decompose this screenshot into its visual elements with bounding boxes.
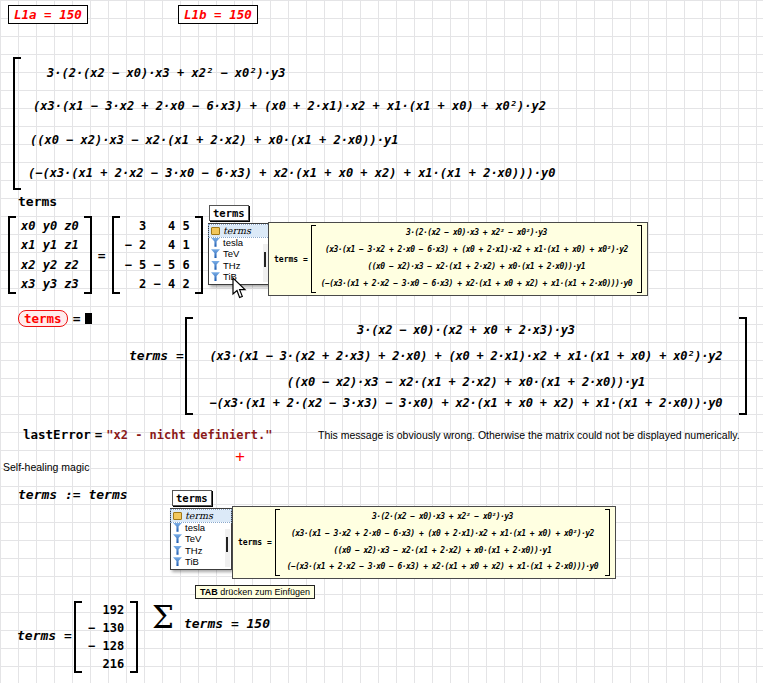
- note-text[interactable]: Self-healing magic: [3, 461, 89, 473]
- symbolic-result-matrix[interactable]: 3·(x2 − x0)·(x2 + x0 + 2·x3)·y3 (x3·(x1 …: [185, 317, 747, 415]
- preview-row: 3·(2·(x2 − x0)·x3 + x2² − x0²)·y3: [280, 509, 606, 525]
- comment-text: This message is obviously wrong. Otherwi…: [318, 429, 758, 441]
- preview-row: (x3·(x1 − 3·x2 + 2·x0 − 6·x3) + (x0 + 2·…: [316, 242, 638, 258]
- variable-matrix: x0 y0 z0 x1 y1 z1 x2 y2 z2 x3 y3 z3: [8, 216, 92, 294]
- sigma-symbol: Σ: [152, 602, 174, 633]
- tab-key-label: TAB: [200, 587, 218, 597]
- right-bracket: [130, 601, 138, 673]
- right-bracket: [637, 225, 642, 293]
- right-bracket: [739, 317, 747, 415]
- terms-definition-expression[interactable]: 3·(2·(x2 − x0)·x3 + x2² − x0²)·y3 (x3·(x…: [13, 57, 596, 190]
- numeric-result-lhs[interactable]: terms =: [17, 628, 72, 643]
- preview-lhs: terms =: [274, 255, 308, 264]
- autocomplete-item-terms[interactable]: terms: [171, 510, 231, 522]
- filter-icon: [173, 523, 182, 532]
- value-matrix: 3 4 5 − 2 4 1 − 5 − 5 6 2 − 4 2: [112, 216, 203, 294]
- matrix-row: x0 y0 z0: [16, 217, 84, 235]
- item-label: THz: [185, 545, 202, 556]
- insertion-crosshair: +: [235, 447, 245, 467]
- autocomplete-preview-tooltip-2: terms = 3·(2·(x2 − x0)·x3 + x2² − x0²)·y…: [232, 506, 616, 579]
- left-bracket: [185, 317, 193, 415]
- filter-icon: [173, 534, 182, 543]
- item-label: TiB: [185, 556, 199, 567]
- autocomplete-item-tesla[interactable]: tesla: [209, 237, 269, 249]
- autocomplete-item-terms[interactable]: terms: [209, 225, 269, 237]
- self-assignment-expression[interactable]: terms := terms: [18, 487, 128, 502]
- filter-icon: [211, 272, 220, 281]
- preview-lhs: terms =: [238, 538, 272, 547]
- autocomplete-item-tib[interactable]: TiB: [171, 556, 231, 568]
- expression-row: (−(x3·(x1 + 2·x2 − 3·x0 − 6·x3) + x2·(x1…: [21, 157, 596, 190]
- error-variable[interactable]: terms: [18, 310, 68, 327]
- cursor-icon: [232, 277, 247, 299]
- filter-icon: [211, 261, 220, 270]
- autocomplete-item-tev[interactable]: TeV: [171, 533, 231, 545]
- autocomplete-preview-tooltip: terms = 3·(2·(x2 − x0)·x3 + x2² − x0²)·y…: [268, 222, 648, 296]
- autocomplete-list[interactable]: terms tesla TeV THz TiB: [208, 223, 270, 285]
- right-bracket: [84, 216, 92, 294]
- autocomplete-list-2[interactable]: terms tesla TeV THz TiB: [170, 508, 232, 570]
- preview-row: (x3·(x1 − 3·x2 + 2·x0 − 6·x3) + (x0 + 2·…: [280, 526, 606, 542]
- left-bracket: [8, 216, 16, 294]
- matrix-row: 192: [82, 602, 130, 619]
- left-bracket: [74, 601, 82, 673]
- scrollbar-thumb[interactable]: [226, 537, 228, 552]
- matrix-row: 3 4 5: [120, 217, 195, 235]
- autocomplete-item-tesla[interactable]: tesla: [171, 522, 231, 534]
- preview-row: 3·(2·(x2 − x0)·x3 + x2² − x0²)·y3: [316, 225, 638, 241]
- autocomplete-item-thz[interactable]: THz: [171, 545, 231, 557]
- last-error-region[interactable]: lastError = "x2 - nicht definiert.": [23, 427, 272, 442]
- sum-expression[interactable]: Σ terms = 150: [152, 602, 270, 633]
- recent-icon: [211, 227, 220, 235]
- item-label: terms: [185, 510, 213, 521]
- preview-row: (−(x3·(x1 + 2·x2 − 3·x0 − 6·x3) + x2·(x1…: [280, 559, 606, 575]
- right-bracket: [605, 509, 610, 576]
- numeric-result-matrix[interactable]: 192 − 130 − 128 216: [74, 601, 138, 673]
- tab-hint-tooltip: TAB drücken zum Einfügen: [195, 585, 315, 599]
- symbolic-result-lhs[interactable]: terms =: [129, 348, 184, 363]
- item-label: TeV: [185, 533, 201, 544]
- filter-icon: [211, 249, 220, 258]
- filter-icon: [173, 546, 182, 555]
- last-error-label: lastError: [23, 427, 91, 442]
- empty-placeholder[interactable]: [85, 313, 92, 324]
- preview-row: (−(x3·(x1 + 2·x2 − 3·x0 − 6·x3) + x2·(x1…: [316, 276, 638, 292]
- item-label: tesla: [223, 237, 243, 248]
- matrix-row: −(x3·(x1 + 2·(x2 − 3·x3) − 3·x0) + x2·(x…: [193, 393, 739, 415]
- matrix-row: ((x0 − x2)·x3 − x2·(x1 + 2·x2) + x0·(x1 …: [193, 371, 739, 393]
- matrix-row: 3·(x2 − x0)·(x2 + x0 + 2·x3)·y3: [193, 317, 739, 341]
- equals-sign: =: [98, 248, 106, 263]
- matrix-row: (x3·(x1 − 3·(x2 + 2·x3) + 2·x0) + (x0 + …: [193, 341, 739, 370]
- matrix-row: − 128: [82, 638, 130, 655]
- item-label: tesla: [185, 522, 205, 533]
- recent-icon: [173, 512, 182, 520]
- variable-box-l1a[interactable]: L1a = 150: [8, 5, 88, 24]
- matrix-assignment-region[interactable]: x0 y0 z0 x1 y1 z1 x2 y2 z2 x3 y3 z3 = 3 …: [8, 216, 203, 294]
- preview-row: ((x0 − x2)·x3 − x2·(x1 + 2·x2) + x0·(x1 …: [280, 543, 606, 559]
- filter-icon: [173, 557, 182, 566]
- left-bracket: [13, 57, 21, 190]
- expression-row: ((x0 − x2)·x3 − x2·(x1 + 2·x2) + x0·(x1 …: [21, 124, 596, 157]
- matrix-row: x1 y1 z1: [16, 236, 84, 254]
- variable-box-l1b[interactable]: L1b = 150: [178, 5, 258, 24]
- matrix-row: − 5 − 5 6: [120, 256, 195, 274]
- scrollbar-thumb[interactable]: [264, 252, 266, 267]
- autocomplete-item-thz[interactable]: THz: [209, 260, 269, 272]
- item-label: TeV: [223, 248, 239, 259]
- item-label: terms: [223, 225, 251, 236]
- expression-row: 3·(2·(x2 − x0)·x3 + x2² − x0²)·y3: [21, 57, 596, 90]
- autocomplete-item-tev[interactable]: TeV: [209, 248, 269, 260]
- matrix-row: x2 y2 z2: [16, 256, 84, 274]
- matrix-row: 216: [82, 656, 130, 673]
- last-error-string: "x2 - nicht definiert.": [106, 428, 272, 442]
- autocomplete-query-box-2[interactable]: terms: [172, 490, 212, 506]
- matrix-row: − 2 4 1: [120, 236, 195, 254]
- error-expression[interactable]: terms =: [18, 310, 92, 327]
- expression-row: (x3·(x1 − 3·x2 + 2·x0 − 6·x3) + (x0 + 2·…: [21, 90, 596, 123]
- list-scrollbar[interactable]: [225, 529, 230, 567]
- matrix-row: x3 y3 z3: [16, 275, 84, 293]
- tab-hint-text: drücken zum Einfügen: [220, 587, 310, 597]
- matrix-row: − 130: [82, 620, 130, 637]
- autocomplete-query-box[interactable]: terms: [209, 205, 249, 221]
- terms-label[interactable]: terms: [18, 194, 57, 209]
